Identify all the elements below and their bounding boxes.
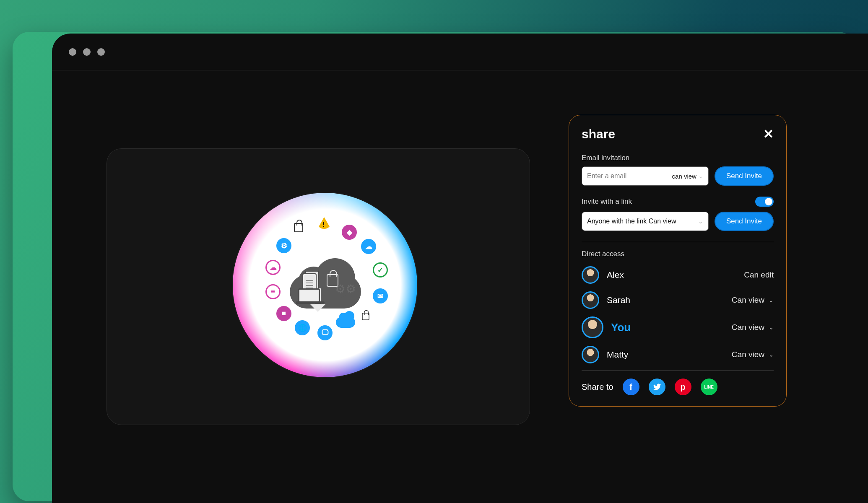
send-invite-email-button[interactable]: Send Invite [715,166,774,186]
link-invitation-label: Invite with a link [582,197,632,206]
person-name: Sarah [607,295,630,305]
email-permission-value: can view [672,173,696,180]
permission-display: Can edit [744,270,774,280]
permission-value: Can edit [744,270,774,280]
email-input[interactable] [587,172,672,180]
shield-hex-icon: ◆ [342,225,357,240]
close-icon[interactable]: ✕ [763,128,774,140]
server-icon: ≡ [265,284,281,299]
email-field-group: can view ⌄ [582,166,709,186]
email-invitation-label: Email invitation [582,154,774,162]
badge-icon: ■ [276,306,291,321]
send-invite-link-button[interactable]: Send Invite [715,212,774,231]
cloud-sync-icon: ☁ [361,239,376,254]
lock-icon [294,223,303,232]
direct-access-row: Matty Can view ⌄ [582,342,774,367]
person-name: Alex [607,270,624,280]
browser-window: ! ◆ ☁ ✓ ✉ 🖵 🌐 ■ ≡ ☁ ⚙ [52,34,868,503]
permission-value: Can view [732,323,764,332]
traffic-light-max[interactable] [97,48,105,56]
shield-check-icon: ✓ [373,262,388,277]
gear-circle-icon: ⚙ [276,238,291,253]
traffic-light-close[interactable] [69,48,76,56]
direct-access-row: Sarah Can view ⌄ [582,288,774,313]
warning-icon: ! [317,217,331,229]
twitter-icon[interactable] [649,379,665,395]
person-name: You [611,321,631,334]
cloud-outline-icon: ☁ [265,260,281,275]
facebook-icon[interactable]: f [623,379,639,395]
permission-value: Can view [732,350,764,359]
person-name: Matty [607,350,628,360]
permission-value: Can view [732,296,764,305]
direct-access-row-you: You Can view ⌄ [582,313,774,342]
avatar [582,266,599,284]
share-title: share [582,127,615,141]
browser-topbar [52,34,868,70]
share-to-label: Share to [582,382,613,392]
line-icon[interactable]: LINE [701,379,717,395]
email-permission-select[interactable]: can view ⌄ [672,173,703,180]
cloud-lock-icon [361,312,370,321]
monitor-search-icon: 🖵 [317,325,333,340]
laptop-icon [298,288,320,303]
permission-select[interactable]: Can view ⌄ [732,296,774,305]
globe-icon: 🌐 [295,320,310,335]
chevron-down-icon: ⌄ [769,297,774,303]
gears-icon: ⚙⚙ [335,282,356,296]
link-permission-select[interactable]: Anyone with the link Can view ⌄ [582,212,709,231]
divider [582,371,774,371]
divider [582,242,774,242]
direct-access-row: Alex Can edit [582,262,774,288]
share-dialog: share ✕ Email invitation can view ⌄ Send… [569,115,787,407]
pinterest-icon[interactable]: p [675,379,691,395]
avatar [582,316,603,338]
chevron-down-icon: ⌄ [769,324,774,331]
avatar [582,291,599,309]
direct-access-label: Direct access [582,250,774,258]
chevron-down-icon: ⌄ [769,351,774,358]
link-permission-value: Anyone with the link Can view [587,218,676,225]
link-toggle[interactable] [755,197,774,207]
permission-select[interactable]: Can view ⌄ [732,323,774,332]
illustration-card: ! ◆ ☁ ✓ ✉ 🖵 🌐 ■ ≡ ☁ ⚙ [107,148,530,425]
chevron-down-icon: ⌄ [698,173,703,179]
chevron-down-icon: ⌄ [698,218,703,225]
traffic-light-min[interactable] [83,48,91,56]
permission-select[interactable]: Can view ⌄ [732,350,774,359]
avatar [582,346,599,363]
mini-cloud-icon [336,317,355,328]
cloud-ring-icon: ! ◆ ☁ ✓ ✉ 🖵 🌐 ■ ≡ ☁ ⚙ [233,193,417,377]
envelope-icon: ✉ [373,288,388,303]
